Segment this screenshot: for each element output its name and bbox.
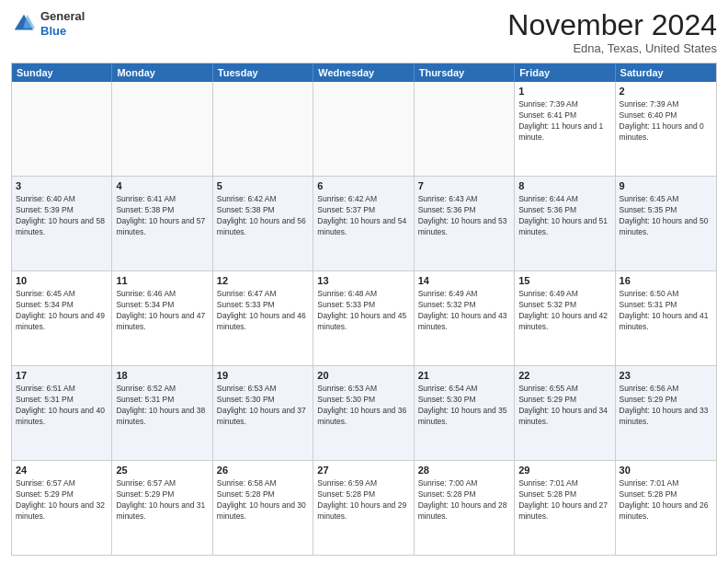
cell-sun-info: Sunrise: 6:40 AMSunset: 5:39 PMDaylight:… xyxy=(16,194,108,238)
day-cell-25: 25Sunrise: 6:57 AMSunset: 5:29 PMDayligh… xyxy=(112,461,212,555)
day-cell-27: 27Sunrise: 6:59 AMSunset: 5:28 PMDayligh… xyxy=(313,461,414,555)
cell-sun-info: Sunrise: 6:43 AMSunset: 5:36 PMDaylight:… xyxy=(418,194,510,238)
day-number: 20 xyxy=(317,369,409,383)
day-number: 8 xyxy=(518,179,610,193)
cell-sun-info: Sunrise: 6:42 AMSunset: 5:37 PMDaylight:… xyxy=(317,194,409,238)
cell-sun-info: Sunrise: 6:59 AMSunset: 5:28 PMDaylight:… xyxy=(317,478,409,523)
header-monday: Monday xyxy=(112,63,212,82)
day-cell-29: 29Sunrise: 7:01 AMSunset: 5:28 PMDayligh… xyxy=(515,461,615,555)
day-number: 24 xyxy=(16,464,108,477)
cell-sun-info: Sunrise: 6:51 AMSunset: 5:31 PMDaylight:… xyxy=(16,384,108,428)
day-cell-3: 3Sunrise: 6:40 AMSunset: 5:39 PMDaylight… xyxy=(12,177,112,270)
cell-sun-info: Sunrise: 6:47 AMSunset: 5:33 PMDaylight:… xyxy=(217,289,309,333)
day-number: 23 xyxy=(620,369,712,383)
day-number: 11 xyxy=(116,274,208,288)
cell-sun-info: Sunrise: 7:39 AMSunset: 6:41 PMDaylight:… xyxy=(518,99,610,144)
day-cell-14: 14Sunrise: 6:49 AMSunset: 5:32 PMDayligh… xyxy=(415,271,515,365)
day-cell-8: 8Sunrise: 6:44 AMSunset: 5:36 PMDaylight… xyxy=(515,177,615,270)
day-cell-20: 20Sunrise: 6:53 AMSunset: 5:30 PMDayligh… xyxy=(313,366,414,460)
day-number: 7 xyxy=(418,179,510,193)
calendar-row-2: 3Sunrise: 6:40 AMSunset: 5:39 PMDaylight… xyxy=(12,177,716,271)
cell-sun-info: Sunrise: 6:49 AMSunset: 5:32 PMDaylight:… xyxy=(518,289,610,333)
day-cell-24: 24Sunrise: 6:57 AMSunset: 5:29 PMDayligh… xyxy=(12,461,112,555)
header-tuesday: Tuesday xyxy=(213,63,313,82)
empty-cell xyxy=(313,82,414,176)
day-cell-5: 5Sunrise: 6:42 AMSunset: 5:38 PMDaylight… xyxy=(213,177,313,270)
cell-sun-info: Sunrise: 6:55 AMSunset: 5:29 PMDaylight:… xyxy=(518,384,610,428)
day-cell-26: 26Sunrise: 6:58 AMSunset: 5:28 PMDayligh… xyxy=(213,461,313,555)
day-cell-2: 2Sunrise: 7:39 AMSunset: 6:40 PMDaylight… xyxy=(616,82,716,176)
day-cell-30: 30Sunrise: 7:01 AMSunset: 5:28 PMDayligh… xyxy=(616,461,716,555)
day-number: 3 xyxy=(16,179,108,193)
day-cell-17: 17Sunrise: 6:51 AMSunset: 5:31 PMDayligh… xyxy=(12,366,112,460)
empty-cell xyxy=(415,82,515,176)
cell-sun-info: Sunrise: 6:53 AMSunset: 5:30 PMDaylight:… xyxy=(317,384,409,428)
day-cell-21: 21Sunrise: 6:54 AMSunset: 5:30 PMDayligh… xyxy=(415,366,515,460)
day-number: 25 xyxy=(116,464,208,477)
cell-sun-info: Sunrise: 6:58 AMSunset: 5:28 PMDaylight:… xyxy=(217,478,309,523)
cell-sun-info: Sunrise: 6:48 AMSunset: 5:33 PMDaylight:… xyxy=(317,289,409,333)
calendar-row-4: 17Sunrise: 6:51 AMSunset: 5:31 PMDayligh… xyxy=(12,366,716,461)
day-number: 18 xyxy=(116,369,208,383)
calendar-body: 1Sunrise: 7:39 AMSunset: 6:41 PMDaylight… xyxy=(12,82,716,555)
cell-sun-info: Sunrise: 7:01 AMSunset: 5:28 PMDaylight:… xyxy=(518,478,610,523)
day-number: 19 xyxy=(217,369,309,383)
day-number: 1 xyxy=(518,85,610,98)
logo: General Blue xyxy=(11,9,85,38)
day-number: 17 xyxy=(16,369,108,383)
day-number: 22 xyxy=(518,369,610,383)
day-number: 16 xyxy=(620,274,712,288)
calendar-header: Sunday Monday Tuesday Wednesday Thursday… xyxy=(12,63,716,82)
cell-sun-info: Sunrise: 6:42 AMSunset: 5:38 PMDaylight:… xyxy=(217,194,309,238)
day-cell-9: 9Sunrise: 6:45 AMSunset: 5:35 PMDaylight… xyxy=(616,177,716,270)
page-header: General Blue November 2024 Edna, Texas, … xyxy=(11,9,717,55)
day-number: 4 xyxy=(116,179,208,193)
header-friday: Friday xyxy=(515,63,615,82)
calendar-row-5: 24Sunrise: 6:57 AMSunset: 5:29 PMDayligh… xyxy=(12,461,716,555)
day-cell-16: 16Sunrise: 6:50 AMSunset: 5:31 PMDayligh… xyxy=(616,271,716,365)
cell-sun-info: Sunrise: 6:46 AMSunset: 5:34 PMDaylight:… xyxy=(116,289,208,333)
empty-cell xyxy=(12,82,112,176)
day-number: 10 xyxy=(16,274,108,288)
header-sunday: Sunday xyxy=(12,63,112,82)
cell-sun-info: Sunrise: 7:39 AMSunset: 6:40 PMDaylight:… xyxy=(620,99,712,144)
cell-sun-info: Sunrise: 6:52 AMSunset: 5:31 PMDaylight:… xyxy=(116,384,208,428)
month-title: November 2024 xyxy=(507,9,717,41)
day-cell-15: 15Sunrise: 6:49 AMSunset: 5:32 PMDayligh… xyxy=(515,271,615,365)
day-cell-4: 4Sunrise: 6:41 AMSunset: 5:38 PMDaylight… xyxy=(112,177,212,270)
logo-blue-text: Blue xyxy=(40,24,66,38)
calendar-row-1: 1Sunrise: 7:39 AMSunset: 6:41 PMDaylight… xyxy=(12,82,716,177)
day-number: 12 xyxy=(217,274,309,288)
day-number: 29 xyxy=(518,464,610,477)
day-cell-12: 12Sunrise: 6:47 AMSunset: 5:33 PMDayligh… xyxy=(213,271,313,365)
day-number: 21 xyxy=(418,369,510,383)
title-block: November 2024 Edna, Texas, United States xyxy=(507,9,717,55)
cell-sun-info: Sunrise: 6:56 AMSunset: 5:29 PMDaylight:… xyxy=(620,384,712,428)
day-number: 15 xyxy=(518,274,610,288)
cell-sun-info: Sunrise: 6:41 AMSunset: 5:38 PMDaylight:… xyxy=(116,194,208,238)
day-number: 5 xyxy=(217,179,309,193)
cell-sun-info: Sunrise: 6:57 AMSunset: 5:29 PMDaylight:… xyxy=(16,478,108,523)
day-cell-23: 23Sunrise: 6:56 AMSunset: 5:29 PMDayligh… xyxy=(616,366,716,460)
day-cell-7: 7Sunrise: 6:43 AMSunset: 5:36 PMDaylight… xyxy=(415,177,515,270)
day-number: 2 xyxy=(620,85,712,98)
day-number: 28 xyxy=(418,464,510,477)
cell-sun-info: Sunrise: 6:45 AMSunset: 5:35 PMDaylight:… xyxy=(620,194,712,238)
cell-sun-info: Sunrise: 6:57 AMSunset: 5:29 PMDaylight:… xyxy=(116,478,208,523)
day-cell-13: 13Sunrise: 6:48 AMSunset: 5:33 PMDayligh… xyxy=(313,271,414,365)
logo-general-text: General xyxy=(40,9,85,23)
cell-sun-info: Sunrise: 6:53 AMSunset: 5:30 PMDaylight:… xyxy=(217,384,309,428)
logo-icon xyxy=(11,11,37,37)
day-number: 27 xyxy=(317,464,409,477)
day-cell-11: 11Sunrise: 6:46 AMSunset: 5:34 PMDayligh… xyxy=(112,271,212,365)
day-number: 6 xyxy=(317,179,409,193)
cell-sun-info: Sunrise: 7:01 AMSunset: 5:28 PMDaylight:… xyxy=(620,478,712,523)
day-cell-1: 1Sunrise: 7:39 AMSunset: 6:41 PMDaylight… xyxy=(515,82,615,176)
day-number: 26 xyxy=(217,464,309,477)
day-cell-28: 28Sunrise: 7:00 AMSunset: 5:28 PMDayligh… xyxy=(415,461,515,555)
cell-sun-info: Sunrise: 6:45 AMSunset: 5:34 PMDaylight:… xyxy=(16,289,108,333)
location-text: Edna, Texas, United States xyxy=(507,41,717,55)
day-number: 30 xyxy=(620,464,712,477)
empty-cell xyxy=(213,82,313,176)
day-cell-22: 22Sunrise: 6:55 AMSunset: 5:29 PMDayligh… xyxy=(515,366,615,460)
